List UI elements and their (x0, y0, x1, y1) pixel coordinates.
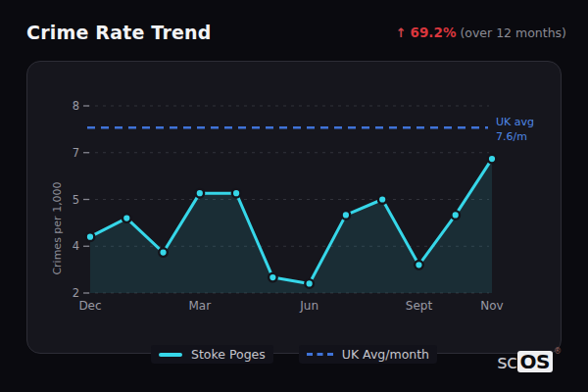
x-tick-label: Jun (299, 299, 318, 313)
crime-trend-chart[interactable]: 24578Crimes per 1,000DecMarJunSeptNovUK … (27, 62, 563, 355)
data-point[interactable] (378, 195, 387, 204)
legend-item-uk-avg[interactable]: UK Avg/month (299, 345, 437, 364)
y-tick-label: 8 (73, 99, 79, 113)
y-tick-label: 7 (73, 146, 79, 160)
crime-dashboard: Crime Rate Trend ↑ 69.2% (over 12 months… (0, 0, 588, 392)
data-point[interactable] (451, 211, 460, 220)
data-point[interactable] (415, 261, 423, 270)
trend-context: (over 12 months) (460, 25, 566, 40)
dashed-line-swatch-icon (307, 353, 333, 356)
page-title: Crime Rate Trend (26, 22, 212, 43)
solid-line-swatch-icon (159, 353, 182, 357)
series-area-fill (90, 159, 492, 293)
trend-stat: ↑ 69.2% (over 12 months) (396, 24, 566, 40)
uk-average-label: 7.6/m (496, 130, 527, 143)
trend-up-arrow-icon: ↑ (396, 25, 407, 40)
y-tick-label: 4 (73, 239, 79, 253)
x-tick-label: Dec (78, 299, 101, 313)
data-point[interactable] (196, 189, 205, 198)
data-point[interactable] (488, 155, 497, 164)
logo-text-sc: sc (497, 350, 516, 373)
data-point[interactable] (342, 211, 351, 220)
data-point[interactable] (269, 273, 277, 282)
chart-card: 24578Crimes per 1,000DecMarJunSeptNovUK … (26, 61, 562, 354)
header: Crime Rate Trend ↑ 69.2% (over 12 months… (26, 22, 566, 43)
x-tick-label: Mar (188, 299, 211, 313)
registered-trademark-icon: ® (554, 347, 562, 356)
y-axis-title: Crimes per 1,000 (51, 181, 64, 274)
data-point[interactable] (159, 248, 168, 257)
legend-label: UK Avg/month (342, 347, 429, 362)
data-point[interactable] (232, 189, 241, 198)
data-point[interactable] (86, 232, 95, 241)
x-tick-label: Sept (406, 299, 433, 313)
logo-text-os: OS (517, 351, 553, 372)
y-tick-label: 2 (73, 286, 79, 300)
legend-item-stoke-poges[interactable]: Stoke Poges (151, 345, 273, 364)
uk-average-label: UK avg (496, 116, 534, 128)
scos-logo: sc OS ® (497, 350, 562, 373)
data-point[interactable] (122, 214, 131, 222)
data-point[interactable] (305, 279, 314, 288)
legend-label: Stoke Poges (191, 347, 266, 362)
x-tick-label: Nov (480, 299, 503, 313)
trend-percentage: 69.2% (411, 24, 457, 40)
y-tick-label: 5 (73, 193, 79, 207)
